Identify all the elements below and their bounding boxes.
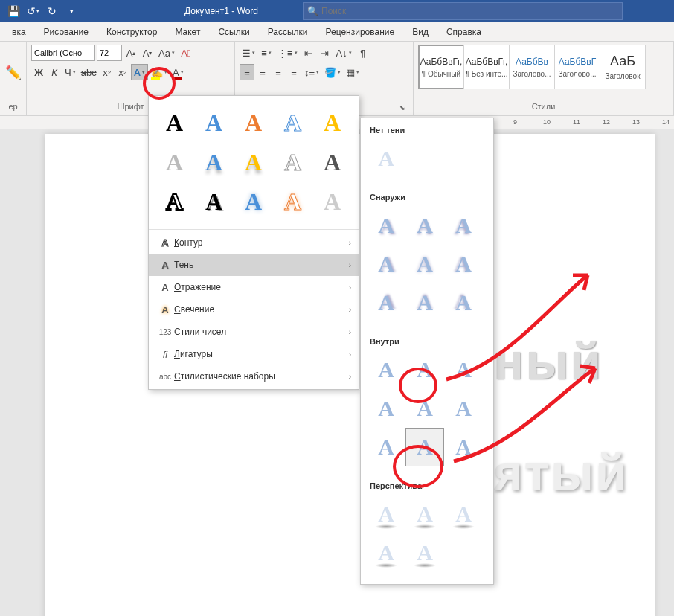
shadow-inner-preset[interactable]: A: [444, 428, 483, 466]
font-size-combo[interactable]: 72: [97, 45, 122, 61]
shrink-font-button[interactable]: A▾: [140, 45, 155, 61]
tab-layout[interactable]: Макет: [166, 24, 209, 40]
font-name-combo[interactable]: Calibri (Осно: [31, 45, 95, 61]
change-case-button[interactable]: Aa: [156, 45, 177, 61]
style-nospacing[interactable]: АаБбВвГг,¶ Без инте...: [463, 45, 510, 89]
qat-customize[interactable]: ▾: [62, 2, 80, 20]
fx-outline[interactable]: AКонтур›: [149, 231, 359, 254]
fx-shadow[interactable]: AТень›: [149, 254, 359, 276]
effect-preset[interactable]: A: [194, 182, 234, 222]
shading-button[interactable]: 🪣: [322, 64, 343, 80]
effect-preset[interactable]: A: [194, 103, 234, 143]
styles-gallery[interactable]: АаБбВвГг,¶ Обычный АаБбВвГг,¶ Без инте..…: [418, 45, 669, 100]
search-box[interactable]: 🔍: [303, 2, 623, 20]
line-spacing-button[interactable]: ↕≡: [302, 64, 321, 80]
text-effects-button[interactable]: A: [131, 64, 148, 80]
fx-glow[interactable]: AСвечение›: [149, 298, 359, 321]
shadow-outer-preset[interactable]: A: [405, 283, 444, 322]
fx-ligatures[interactable]: fiЛигатуры›: [149, 343, 359, 365]
undo-button[interactable]: ↺▾: [24, 2, 42, 20]
numbering-button[interactable]: ≡: [259, 45, 274, 61]
effect-preset[interactable]: A: [273, 103, 312, 143]
shadow-perspective-preset[interactable]: A: [444, 495, 483, 533]
shadow-inner-preset[interactable]: A: [367, 389, 405, 428]
shadow-inner-preset[interactable]: A: [405, 389, 444, 428]
effect-preset[interactable]: A: [234, 182, 273, 222]
shadow-outer-preset[interactable]: A: [367, 206, 405, 245]
save-icon[interactable]: 💾: [4, 2, 22, 20]
shadow-outer-preset[interactable]: A: [444, 283, 483, 322]
multilevel-button[interactable]: ⋮≡: [275, 45, 300, 61]
strikethrough-button[interactable]: abc: [79, 64, 99, 80]
show-marks-button[interactable]: ¶: [356, 45, 370, 61]
fx-reflection[interactable]: AОтражение›: [149, 276, 359, 298]
bullets-button[interactable]: ☰: [240, 45, 257, 61]
shadow-perspective-preset[interactable]: A: [367, 533, 405, 572]
italic-button[interactable]: К: [47, 64, 62, 80]
shadow-outer-preset[interactable]: A: [405, 206, 444, 245]
grow-font-button[interactable]: A▴: [123, 45, 138, 61]
shadow-outer-preset[interactable]: A: [444, 206, 483, 245]
shadow-section-outer: Снаружи: [361, 188, 493, 205]
format-painter-icon[interactable]: ✏️: [5, 65, 22, 81]
shadow-outer-preset[interactable]: A: [444, 245, 483, 283]
effect-preset[interactable]: A: [312, 182, 352, 222]
shadow-outer-preset[interactable]: A: [367, 283, 405, 322]
shadow-perspective-preset[interactable]: A: [405, 495, 444, 533]
paragraph-launcher[interactable]: ⬊: [398, 102, 407, 111]
decrease-indent-button[interactable]: ⇤: [301, 45, 316, 61]
font-color-button[interactable]: A: [170, 64, 186, 80]
superscript-button[interactable]: x2: [115, 64, 130, 80]
shadow-perspective-preset[interactable]: A: [405, 533, 444, 572]
shadow-inner-preset[interactable]: A: [444, 350, 483, 389]
redo-button[interactable]: ↻: [43, 2, 61, 20]
borders-button[interactable]: ▦: [344, 64, 362, 80]
glow-icon: A: [156, 304, 174, 315]
effect-preset[interactable]: A: [273, 182, 312, 222]
shadow-inner-preset[interactable]: A: [367, 428, 405, 466]
align-center-button[interactable]: ≡: [255, 64, 270, 80]
effect-preset[interactable]: A: [155, 143, 194, 182]
highlight-button[interactable]: ✍: [149, 64, 170, 80]
bold-button[interactable]: Ж: [31, 64, 46, 80]
effect-preset[interactable]: A: [155, 182, 194, 222]
shadow-perspective-preset[interactable]: A: [367, 495, 405, 533]
style-title[interactable]: АаБЗаголовок: [600, 45, 646, 89]
effect-preset[interactable]: A: [155, 103, 194, 143]
sort-button[interactable]: A↓: [334, 45, 354, 61]
clear-formatting-button[interactable]: A⃠: [179, 45, 193, 61]
tab-references[interactable]: Ссылки: [209, 24, 258, 40]
shadow-none[interactable]: A: [367, 139, 405, 178]
search-input[interactable]: [321, 6, 622, 16]
tab-review[interactable]: Рецензирование: [317, 24, 404, 40]
tab-view[interactable]: Вид: [403, 24, 437, 40]
tab-design[interactable]: Конструктор: [97, 24, 166, 40]
tab-insert-partial[interactable]: вка: [3, 24, 35, 40]
fx-stylistic-sets[interactable]: abcСтилистические наборы›: [149, 365, 359, 388]
effect-preset[interactable]: A: [234, 143, 273, 182]
effect-preset[interactable]: A: [312, 103, 352, 143]
subscript-button[interactable]: x2: [100, 64, 115, 80]
tab-help[interactable]: Справка: [437, 24, 490, 40]
tab-draw[interactable]: Рисование: [35, 24, 97, 40]
align-left-button[interactable]: ≡: [240, 64, 254, 80]
shadow-inner-preset-selected[interactable]: A: [405, 428, 444, 466]
underline-button[interactable]: Ч: [62, 64, 78, 80]
fx-number-styles[interactable]: 123Стили чисел›: [149, 321, 359, 343]
style-heading2[interactable]: АаБбВвГЗаголово...: [554, 45, 600, 89]
effect-preset[interactable]: A: [312, 143, 352, 182]
shadow-outer-preset[interactable]: A: [367, 245, 405, 283]
align-right-button[interactable]: ≡: [271, 64, 286, 80]
style-normal[interactable]: АаБбВвГг,¶ Обычный: [418, 45, 464, 89]
tab-mailings[interactable]: Рассылки: [259, 24, 317, 40]
justify-button[interactable]: ≡: [286, 64, 301, 80]
style-heading1[interactable]: АаБбВвЗаголово...: [509, 45, 555, 89]
shadow-inner-preset[interactable]: A: [405, 350, 444, 389]
effect-preset[interactable]: A: [273, 143, 312, 182]
effect-preset[interactable]: A: [234, 103, 273, 143]
effect-preset[interactable]: A: [194, 143, 234, 182]
shadow-inner-preset[interactable]: A: [367, 350, 405, 389]
shadow-inner-preset[interactable]: A: [444, 389, 483, 428]
increase-indent-button[interactable]: ⇥: [318, 45, 333, 61]
shadow-outer-preset[interactable]: A: [405, 245, 444, 283]
